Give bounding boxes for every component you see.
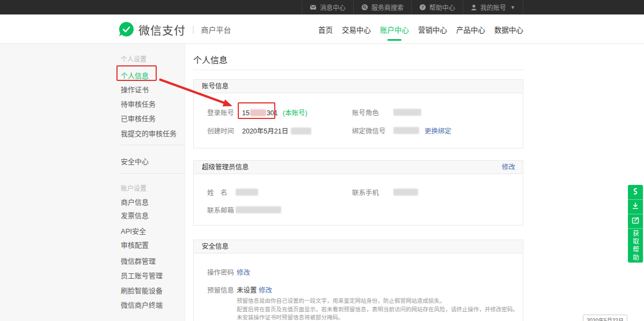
floating-help-widget: 获取帮助 (628, 185, 643, 263)
sidebar-item-face-scan-devices[interactable]: 刷脸智能设备 (121, 285, 163, 295)
login-account-prefix: 15 (242, 109, 250, 117)
login-account-value: 15301(本账号) (242, 107, 308, 117)
merchant-platform-page: 消息中心 服务商搜索 ? 帮助中心 我的账号 ▼ (0, 0, 644, 321)
sidebar-item-my-submitted-review-tasks[interactable]: 我提交的审核任务 (121, 128, 177, 138)
sidebar-item-review-config[interactable]: 审核配置 (121, 240, 149, 250)
super-admin-section-title: 超级管理员信息 (202, 163, 249, 171)
sidebar: 个人设置 个人信息 操作证书 待审核任务 已审核任务 我提交的审核任务 安全中心… (0, 44, 185, 321)
get-help-label: 获取帮助 (631, 230, 640, 262)
get-help-button[interactable]: 获取帮助 (628, 228, 643, 263)
sidebar-divider (121, 145, 185, 145)
sidebar-item-personal-info[interactable]: 个人信息 (121, 70, 149, 80)
super-admin-section: 超级管理员信息修改 姓 名 联系手机 联系邮箱 (193, 160, 523, 226)
sidebar-item-operation-certificate[interactable]: 操作证书 (121, 84, 149, 94)
download-button[interactable] (628, 199, 643, 214)
security-info-section-header: 安全信息 (194, 240, 523, 253)
nav-account-center[interactable]: 账户中心 (380, 24, 409, 35)
bound-wechat-label: 绑定微信号 (352, 125, 386, 136)
menu-item-label: 消息中心 (320, 3, 346, 12)
wechat-pay-logo-icon (119, 22, 134, 36)
search-icon (361, 4, 368, 11)
help-center-menu-item[interactable]: ? 帮助中心 (411, 0, 463, 14)
sidebar-item-wechat-merchant-terminal[interactable]: 微信商户终端 (121, 300, 163, 310)
account-role-label: 账号角色 (352, 107, 379, 117)
change-binding-link[interactable]: 更换绑定 (425, 125, 451, 136)
nav-marketing-center[interactable]: 营销中心 (418, 24, 447, 35)
sidebar-item-invoice-info[interactable]: 发票信息 (121, 210, 149, 220)
title-divider (193, 70, 523, 70)
sidebar-group-account-settings: 账户设置 (121, 183, 147, 192)
redacted-contact-email (236, 206, 281, 213)
contact-icon (631, 187, 640, 198)
sidebar-item-merchant-info[interactable]: 商户信息 (121, 197, 149, 207)
nav-transaction-center[interactable]: 交易中心 (342, 24, 371, 35)
current-account-tag: (本账号) (283, 109, 308, 117)
account-info-section: 账号信息 登录账号 15301(本账号) 账号角色 创建时间 2020年5月21… (193, 79, 523, 148)
logo-separator: | (192, 24, 194, 35)
created-date-text: 2020年5月21日 (242, 128, 288, 135)
my-account-menu-item[interactable]: 我的账号 ▼ (463, 0, 523, 14)
top-utility-bar: 消息中心 服务商搜索 ? 帮助中心 我的账号 ▼ (0, 0, 644, 14)
login-account-suffix: 301 (267, 109, 278, 117)
contact-phone-label: 联系手机 (352, 187, 379, 197)
portal-name: 商户平台 (201, 24, 231, 35)
sidebar-item-security-center[interactable]: 安全中心 (121, 156, 149, 166)
admin-name-label: 姓 名 (207, 187, 228, 197)
reserved-info-description: 预留信息是由你自己设置的一段文字，用来鉴定网站身份，防止假冒网站造成损失。 配置… (237, 297, 518, 321)
download-icon (631, 201, 640, 212)
redacted-admin-name (236, 189, 258, 196)
description-line: 预留信息是由你自己设置的一段文字，用来鉴定网站身份，防止假冒网站造成损失。 (237, 297, 518, 305)
sidebar-item-reviewed-tasks[interactable]: 已审核任务 (121, 113, 156, 123)
redacted-account-role (393, 109, 421, 116)
edit-admin-link[interactable]: 修改 (502, 161, 515, 174)
created-time-label: 创建时间 (207, 125, 234, 136)
menu-item-label: 帮助中心 (429, 3, 455, 12)
reserved-info-label: 预留信息 (207, 285, 234, 295)
site-header: 微信支付 | 商户平台 首页 交易中心 账户中心 营销中心 产品中心 数据中心 (0, 14, 644, 44)
wechat-pay-logo[interactable]: 微信支付 | 商户平台 (119, 14, 231, 44)
edit-password-link[interactable]: 修改 (237, 267, 250, 277)
reserved-info-status: 未设置 (237, 285, 257, 295)
operation-password-label: 操作密码 (207, 267, 234, 277)
sidebar-group-personal-settings: 个人设置 (121, 54, 147, 63)
login-account-label: 登录账号 (207, 107, 234, 117)
account-info-section-header: 账号信息 (194, 80, 523, 93)
redacted-wechat-id (393, 127, 419, 134)
user-icon (471, 4, 477, 11)
nav-product-center[interactable]: 产品中心 (456, 24, 485, 35)
envelope-icon (310, 4, 317, 10)
date-tooltip-chip: 2020年5月22日 (583, 315, 627, 321)
redacted-login-digits (250, 109, 266, 116)
feedback-button[interactable] (628, 214, 643, 228)
question-icon: ? (419, 4, 426, 11)
feedback-icon (631, 216, 640, 227)
primary-nav: 首页 交易中心 账户中心 营销中心 产品中心 数据中心 (318, 14, 523, 44)
created-time-value: 2020年5月21日 (242, 125, 311, 136)
contact-email-label: 联系邮箱 (207, 205, 234, 215)
page-title: 个人信息 (193, 53, 228, 66)
security-info-section: 安全信息 操作密码 修改 预留信息 未设置 修改 预留信息是由你自己设置的一段文… (193, 240, 523, 321)
svg-text:?: ? (421, 5, 424, 10)
sidebar-item-wechat-group-management[interactable]: 微信群管理 (121, 256, 156, 266)
description-line: 配置后将在首页及充值页面显示。若未看到预留信息，表明当前访问的网站存在风险，请终… (237, 305, 518, 314)
description-line: 未安装操作证书时预留信息将被部分掩码。 (237, 313, 518, 321)
sidebar-divider (121, 173, 185, 174)
sidebar-item-api-security[interactable]: API安全 (121, 226, 146, 236)
message-center-menu-item[interactable]: 消息中心 (302, 0, 353, 14)
sidebar-item-staff-account-management[interactable]: 员工账号管理 (121, 270, 163, 280)
redacted-created-detail (291, 128, 311, 135)
contact-service-button[interactable] (628, 185, 643, 199)
redacted-contact-phone (393, 189, 418, 196)
super-admin-section-header: 超级管理员信息修改 (194, 161, 523, 174)
nav-home[interactable]: 首页 (318, 24, 333, 35)
edit-reserved-info-link[interactable]: 修改 (259, 285, 272, 295)
menu-item-label: 我的账号 (480, 3, 506, 12)
sidebar-item-pending-review-tasks[interactable]: 待审核任务 (121, 99, 156, 109)
chevron-down-icon: ▼ (510, 5, 515, 10)
service-provider-search-menu-item[interactable]: 服务商搜索 (353, 0, 411, 14)
top-utility-menu: 消息中心 服务商搜索 ? 帮助中心 我的账号 ▼ (302, 0, 523, 14)
nav-data-center[interactable]: 数据中心 (494, 24, 523, 35)
logo-text: 微信支付 (138, 21, 186, 38)
menu-item-label: 服务商搜索 (371, 3, 404, 12)
